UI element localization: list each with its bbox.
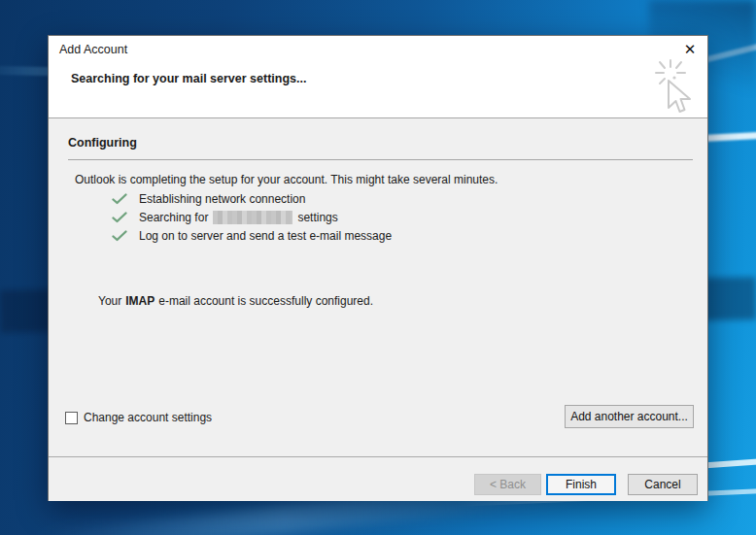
step-label: Log on to server and send a test e-mail …: [139, 229, 392, 243]
result-protocol: IMAP: [125, 294, 155, 308]
step-network-connection: Establishing network connection: [112, 192, 305, 206]
dialog-title: Add Account: [59, 43, 127, 56]
cancel-button[interactable]: Cancel: [628, 474, 698, 495]
dialog-header: Add Account ✕ Searching for your mail se…: [49, 36, 707, 118]
check-icon: [112, 230, 127, 242]
section-divider: [68, 159, 693, 160]
step-searching-settings: Searching for settings: [112, 211, 338, 224]
check-icon: [112, 212, 127, 223]
change-settings-row: Change account settings: [65, 411, 212, 424]
close-icon[interactable]: ✕: [681, 41, 699, 58]
step-label-prefix: Searching for: [139, 211, 208, 224]
add-account-dialog: Add Account ✕ Searching for your mail se…: [48, 35, 708, 501]
header-status-text: Searching for your mail server settings.…: [71, 72, 306, 85]
intro-text: Outlook is completing the setup for your…: [75, 173, 498, 186]
dialog-footer: < Back Finish Cancel: [49, 456, 707, 501]
add-another-account-button[interactable]: Add another account...: [565, 405, 694, 428]
result-prefix: Your: [98, 294, 121, 308]
result-text: YourIMAPe-mail account is successfully c…: [98, 294, 373, 308]
finish-button[interactable]: Finish: [546, 474, 616, 495]
section-heading: Configuring: [68, 136, 137, 150]
step-label-suffix: settings: [297, 211, 337, 224]
busy-cursor-icon: [647, 57, 698, 122]
result-suffix: e-mail account is successfully configure…: [158, 294, 373, 308]
check-icon: [112, 193, 127, 205]
redacted-account-name: [213, 211, 292, 224]
step-label: Establishing network connection: [139, 192, 305, 206]
back-button: < Back: [474, 474, 541, 495]
change-settings-checkbox[interactable]: [65, 412, 78, 424]
step-logon-test-message: Log on to server and send a test e-mail …: [112, 229, 392, 243]
change-settings-label: Change account settings: [84, 411, 212, 424]
